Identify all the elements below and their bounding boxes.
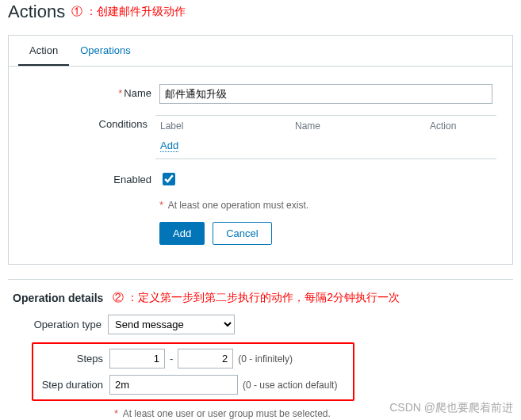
operation-required-hint: At least one operation must exist. xyxy=(168,200,308,211)
cancel-button[interactable]: Cancel xyxy=(213,222,271,245)
add-button[interactable]: Add xyxy=(159,222,205,245)
steps-from-input[interactable] xyxy=(109,349,165,368)
steps-dash: - xyxy=(165,353,178,365)
cond-col-label: Label xyxy=(160,120,295,132)
annotation-1: ① ：创建邮件升级动作 xyxy=(71,5,186,19)
enabled-label: Enabled xyxy=(25,170,159,185)
steps-highlight-box: Steps - (0 - infinitely) Step duration (… xyxy=(32,342,354,401)
steps-hint: (0 - infinitely) xyxy=(238,353,293,365)
action-panel: Action Operations *Name Conditions Label… xyxy=(8,35,513,265)
operation-type-select[interactable]: Send message xyxy=(108,315,235,334)
page-title: Actions xyxy=(8,2,65,22)
enabled-checkbox[interactable] xyxy=(163,173,175,185)
cond-col-name: Name xyxy=(295,120,430,132)
operation-details-section: Operation details ② ：定义第一步到第二步执行的动作，每隔2分… xyxy=(8,279,513,420)
user-required-hint: At least one user or user group must be … xyxy=(123,408,331,419)
conditions-label: Conditions xyxy=(25,115,155,130)
add-condition-link[interactable]: Add xyxy=(160,139,178,152)
conditions-table: Label Name Action Add xyxy=(155,115,496,159)
cond-col-action: Action xyxy=(430,120,492,132)
annotation-2: ② ：定义第一步到第二步执行的动作，每隔2分钟执行一次 xyxy=(113,291,400,305)
step-duration-label: Step duration xyxy=(36,379,109,391)
tab-operations[interactable]: Operations xyxy=(69,36,142,66)
tab-action[interactable]: Action xyxy=(18,36,69,66)
duration-hint: (0 - use action default) xyxy=(243,380,337,391)
steps-label: Steps xyxy=(36,353,109,365)
operation-type-label: Operation type xyxy=(8,319,108,330)
tab-strip: Action Operations xyxy=(9,36,512,67)
name-label: *Name xyxy=(25,84,159,99)
step-duration-input[interactable] xyxy=(109,375,238,395)
name-input[interactable] xyxy=(159,84,492,104)
steps-to-input[interactable] xyxy=(178,349,233,368)
operation-details-title: Operation details xyxy=(13,292,103,304)
